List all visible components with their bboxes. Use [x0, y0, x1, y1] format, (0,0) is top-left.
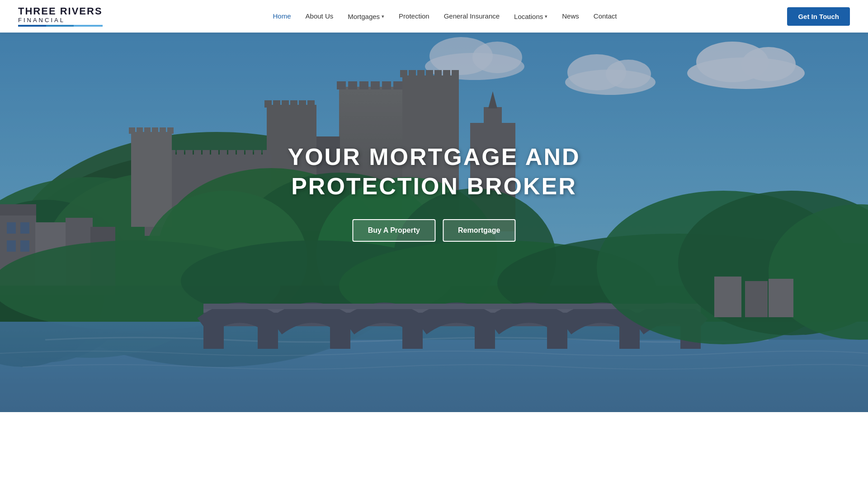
nav-link-protection[interactable]: Protection — [399, 12, 429, 20]
hero-content: YOUR MORTGAGE AND PROTECTION BROKER Buy … — [288, 142, 580, 242]
below-hero-section — [0, 412, 868, 488]
nav-link-mortgages[interactable]: Mortgages — [348, 13, 380, 20]
nav-item-locations[interactable]: Locations ▾ — [514, 13, 547, 20]
nav-item-news[interactable]: News — [562, 12, 579, 20]
nav-link-contact[interactable]: Contact — [594, 12, 617, 20]
nav-link-home[interactable]: Home — [273, 12, 291, 20]
nav-link-news[interactable]: News — [562, 12, 579, 20]
hero-buttons: Buy A Property Remortgage — [288, 219, 580, 242]
nav-link-locations[interactable]: Locations — [514, 13, 543, 20]
hero-title-line2: PROTECTION BROKER — [291, 173, 577, 199]
nav-item-mortgages[interactable]: Mortgages ▾ — [348, 13, 384, 20]
buy-property-button[interactable]: Buy A Property — [353, 219, 435, 242]
hero-section: YOUR MORTGAGE AND PROTECTION BROKER Buy … — [0, 33, 868, 412]
hero-title: YOUR MORTGAGE AND PROTECTION BROKER — [288, 142, 580, 201]
nav-item-insurance[interactable]: General Insurance — [444, 12, 500, 20]
nav-item-home[interactable]: Home — [273, 12, 291, 20]
chevron-down-icon: ▾ — [382, 14, 384, 19]
nav-link-insurance[interactable]: General Insurance — [444, 12, 500, 20]
logo[interactable]: THREE RIVERS FINANCIAL — [18, 6, 103, 27]
logo-decoration — [18, 25, 103, 27]
nav-item-contact[interactable]: Contact — [594, 12, 617, 20]
hero-title-line1: YOUR MORTGAGE AND — [288, 144, 580, 170]
nav-links: Home About Us Mortgages ▾ Protection Gen… — [273, 12, 617, 20]
chevron-down-icon-2: ▾ — [545, 14, 547, 19]
nav-item-protection[interactable]: Protection — [399, 12, 429, 20]
navbar: THREE RIVERS FINANCIAL Home About Us Mor… — [0, 0, 868, 33]
logo-text-bottom: FINANCIAL — [18, 17, 103, 23]
get-in-touch-button[interactable]: Get In Touch — [787, 7, 850, 26]
logo-text-top: THREE RIVERS — [18, 6, 103, 16]
nav-item-about[interactable]: About Us — [306, 12, 334, 20]
remortgage-button[interactable]: Remortgage — [443, 219, 515, 242]
nav-link-about[interactable]: About Us — [306, 12, 334, 20]
